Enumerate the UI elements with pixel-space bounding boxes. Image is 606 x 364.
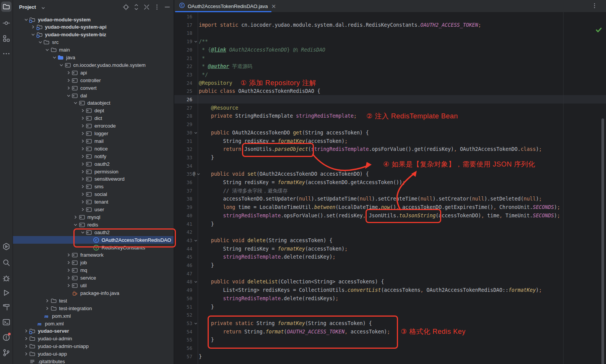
chevron-down-icon[interactable]: [65, 92, 71, 99]
chevron-right-icon[interactable]: [65, 85, 71, 91]
tree-item-permission[interactable]: permission: [13, 168, 174, 175]
close-icon[interactable]: ✕: [271, 3, 276, 9]
tree-item-redis[interactable]: redis: [13, 221, 174, 228]
chevron-down-icon[interactable]: [41, 5, 46, 12]
chevron-right-icon[interactable]: [80, 191, 86, 197]
tree-item-notice[interactable]: notice: [13, 145, 174, 152]
commit-icon[interactable]: [2, 19, 10, 27]
tree-item-yudao-ui-app[interactable]: yudao-ui-app: [13, 350, 174, 358]
chevron-right-icon[interactable]: [80, 161, 86, 167]
chevron-down-icon[interactable]: [51, 55, 57, 61]
chevron-right-icon[interactable]: [73, 214, 79, 220]
chevron-right-icon[interactable]: [65, 275, 71, 281]
tree-item-dal[interactable]: dal: [13, 92, 174, 99]
chevron-down-icon[interactable]: [80, 229, 86, 235]
chevron-right-icon[interactable]: [80, 108, 86, 114]
locate-icon[interactable]: [123, 4, 129, 10]
tree-item-yudao-ui-admin-uniapp[interactable]: yudao-ui-admin-uniapp: [13, 343, 174, 350]
tree-item-pom-xml[interactable]: mpom.xml: [13, 320, 174, 327]
tree-item-test[interactable]: test: [13, 297, 174, 304]
chevron-right-icon[interactable]: [80, 153, 86, 159]
chevron-right-icon[interactable]: [80, 176, 86, 182]
project-folder-icon[interactable]: [2, 3, 10, 11]
more-icon[interactable]: [2, 50, 10, 58]
tree-item-oauth2[interactable]: oauth2: [13, 228, 174, 236]
chevron-right-icon[interactable]: [80, 131, 86, 137]
tree-item-notify[interactable]: notify: [13, 152, 174, 160]
tree-item-package-info-java[interactable]: package-info.java: [13, 289, 174, 297]
tree-item-cn-iocoder-yudao-module-system[interactable]: cn.iocoder.yudao.module.system: [13, 61, 174, 69]
tree-item-api[interactable]: api: [13, 69, 174, 76]
tree-item-rediskeyconstants[interactable]: IRedisKeyConstants: [13, 244, 174, 251]
project-panel-title[interactable]: Project: [19, 4, 36, 10]
chevron-right-icon[interactable]: [80, 199, 86, 205]
build-icon[interactable]: [2, 303, 10, 311]
chevron-right-icon[interactable]: [80, 123, 86, 129]
chevron-right-icon[interactable]: [65, 267, 71, 273]
tree-item--gitattributes[interactable]: .gitattributes: [13, 358, 174, 364]
chevron-right-icon[interactable]: [44, 305, 50, 311]
tree-item-main[interactable]: main: [13, 46, 174, 54]
tree-item-yudao-ui-admin[interactable]: yudao-ui-admin: [13, 335, 174, 343]
tab-options-kebab-icon[interactable]: [591, 3, 598, 9]
chevron-down-icon[interactable]: [30, 32, 36, 38]
chevron-right-icon[interactable]: [65, 283, 71, 289]
structure-icon[interactable]: [2, 34, 10, 42]
services-icon[interactable]: [2, 243, 10, 251]
problems-icon[interactable]: [2, 333, 10, 341]
chevron-right-icon[interactable]: [65, 70, 71, 76]
chevron-right-icon[interactable]: [80, 146, 86, 152]
tree-item-sms[interactable]: sms: [13, 183, 174, 191]
tree-item-social[interactable]: social: [13, 191, 174, 198]
terminal-icon[interactable]: [2, 318, 10, 326]
options-kebab-icon[interactable]: [154, 4, 160, 10]
tree-item-yudao-module-system[interactable]: yudao-module-system: [13, 16, 174, 23]
chevron-down-icon[interactable]: [37, 39, 43, 45]
chevron-down-icon[interactable]: [73, 222, 79, 228]
chevron-right-icon[interactable]: [30, 24, 36, 30]
tree-item-test-integration[interactable]: test-integration: [13, 304, 174, 312]
tree-item-mysql[interactable]: mysql: [13, 213, 174, 221]
tree-item-user[interactable]: user: [13, 206, 174, 214]
run-icon[interactable]: [2, 289, 10, 297]
chevron-down-icon[interactable]: [58, 62, 65, 68]
tree-item-util[interactable]: util: [13, 282, 174, 290]
chevron-right-icon[interactable]: [80, 184, 86, 190]
chevron-right-icon[interactable]: [65, 77, 71, 83]
search-icon[interactable]: [2, 259, 10, 267]
expand-all-icon[interactable]: [133, 4, 140, 10]
chevron-right-icon[interactable]: [80, 207, 86, 213]
editor-scrollbar[interactable]: [601, 118, 604, 364]
tree-item-dataobject[interactable]: dataobject: [13, 99, 174, 107]
tree-item-dept[interactable]: dept: [13, 107, 174, 115]
tree-item-java[interactable]: java: [13, 54, 174, 61]
tree-item-mail[interactable]: mail: [13, 137, 174, 145]
code-editor[interactable]: 1617import static cn.iocoder.yudao.modul…: [174, 12, 606, 364]
tree-item-controller[interactable]: controller: [13, 76, 174, 84]
tree-item-convert[interactable]: convert: [13, 84, 174, 92]
tree-item-sensitiveword[interactable]: sensitiveword: [13, 175, 174, 183]
tree-item-src[interactable]: src: [13, 39, 174, 46]
tree-item-job[interactable]: job: [13, 259, 174, 267]
chevron-right-icon[interactable]: [80, 115, 86, 121]
tree-item-tenant[interactable]: tenant: [13, 198, 174, 206]
tree-item-service[interactable]: service: [13, 274, 174, 282]
chevron-down-icon[interactable]: [73, 100, 79, 106]
inspections-ok-check-icon[interactable]: [595, 26, 602, 33]
tree-item-mq[interactable]: mq: [13, 267, 174, 274]
tree-item-pom-xml[interactable]: mpom.xml: [13, 312, 174, 320]
editor-tab[interactable]: C OAuth2AccessTokenRedisDAO.java ✕: [175, 0, 280, 12]
chevron-down-icon[interactable]: [23, 16, 29, 23]
chevron-down-icon[interactable]: [44, 47, 50, 53]
tree-item-yudao-module-system-biz[interactable]: yudao-module-system-biz: [13, 31, 174, 39]
tree-item-errorcode[interactable]: errorcode: [13, 122, 174, 130]
git-branch-icon[interactable]: [2, 349, 10, 357]
tree-item-logger[interactable]: logger: [13, 130, 174, 138]
chevron-right-icon[interactable]: [23, 351, 29, 357]
tree-item-yudao-module-system-api[interactable]: yudao-module-system-api: [13, 23, 174, 31]
tree-item-yudao-server[interactable]: yudao-server: [13, 327, 174, 335]
chevron-right-icon[interactable]: [80, 138, 86, 144]
collapse-all-icon[interactable]: [143, 4, 150, 10]
chevron-right-icon[interactable]: [44, 298, 50, 304]
chevron-right-icon[interactable]: [23, 328, 29, 334]
